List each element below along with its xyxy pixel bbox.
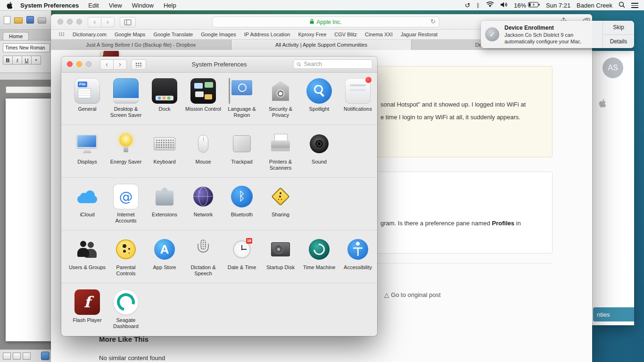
pref-mouse[interactable]: Mouse bbox=[184, 125, 223, 177]
close-button[interactable] bbox=[67, 61, 73, 67]
wifi-menu-icon[interactable] bbox=[486, 1, 494, 9]
word-gallery-icon[interactable] bbox=[41, 352, 50, 360]
bookmark-item[interactable]: Google Translate bbox=[153, 32, 193, 37]
pref-general[interactable]: General bbox=[68, 72, 107, 124]
pref-startup-disk[interactable]: Startup Disk bbox=[261, 230, 300, 283]
communities-button-fragment[interactable]: nties bbox=[593, 307, 634, 321]
pref-displays[interactable]: Displays bbox=[68, 125, 107, 177]
pref-bluetooth[interactable]: Bluetooth bbox=[223, 178, 261, 230]
underline-style-dropdown[interactable] bbox=[32, 56, 41, 65]
pref-network[interactable]: Network bbox=[184, 178, 223, 230]
pref-dock[interactable]: Dock bbox=[145, 72, 184, 124]
skip-button[interactable]: Skip bbox=[603, 21, 634, 35]
pref-parental-controls[interactable]: Parental Controls bbox=[107, 230, 145, 283]
bookmark-item[interactable]: Google Images bbox=[201, 32, 236, 37]
battery-menu-item[interactable]: 16% bbox=[514, 2, 540, 9]
pref-icloud[interactable]: iCloud bbox=[68, 178, 107, 230]
zoom-button[interactable] bbox=[76, 19, 82, 25]
pref-mission-control[interactable]: Mission Control bbox=[184, 72, 223, 124]
menu-help[interactable]: Help bbox=[164, 2, 176, 9]
pref-sound[interactable]: Sound bbox=[300, 125, 339, 177]
minimize-button[interactable] bbox=[76, 61, 82, 67]
sidebar-button[interactable] bbox=[120, 17, 136, 27]
pref-internet-accounts[interactable]: Internet Accounts bbox=[107, 178, 145, 230]
pref-sharing[interactable]: Sharing bbox=[261, 178, 300, 230]
show-all-button[interactable] bbox=[131, 59, 146, 70]
pref-time-machine[interactable]: Time Machine bbox=[300, 230, 339, 283]
bold-button[interactable]: B bbox=[3, 56, 13, 65]
bookmark-item[interactable]: Kproxy Free bbox=[298, 32, 326, 37]
pref-label: Mission Control bbox=[184, 106, 222, 112]
pref-energy-saver[interactable]: Energy Saver bbox=[107, 125, 145, 177]
pref-users-groups[interactable]: Users & Groups bbox=[68, 230, 107, 283]
reload-icon[interactable] bbox=[430, 18, 436, 25]
go-to-original-post-link[interactable]: Go to original post bbox=[384, 291, 441, 298]
pref-language-region[interactable]: Language & Region bbox=[223, 72, 261, 124]
pref-spotlight[interactable]: Spotlight bbox=[300, 72, 339, 124]
pref-seagate-dashboard[interactable]: Seagate Dashboard bbox=[107, 283, 145, 336]
pref-trackpad[interactable]: Trackpad bbox=[223, 125, 261, 177]
new-document-icon[interactable] bbox=[4, 16, 10, 24]
zoom-button[interactable] bbox=[86, 61, 91, 67]
pref-app-store[interactable]: App Store bbox=[145, 230, 184, 283]
volume-menu-icon[interactable] bbox=[500, 2, 508, 9]
pref-label: Desktop & Screen Saver bbox=[107, 106, 145, 118]
search-field[interactable] bbox=[293, 59, 372, 69]
word-ribbon-tabs: Home bbox=[0, 30, 51, 41]
forward-button[interactable] bbox=[113, 59, 127, 70]
font-family-dropdown[interactable]: Times New Roman bbox=[3, 43, 50, 52]
pref-security-privacy[interactable]: Security & Privacy bbox=[261, 72, 300, 124]
bookmark-item[interactable]: Cinema XXI bbox=[365, 32, 393, 37]
underline-button[interactable]: U bbox=[22, 56, 32, 65]
safari-tab[interactable]: Just A Song Before I Go (Backup file) - … bbox=[51, 40, 231, 50]
bookmark-item[interactable]: IP Address Location bbox=[244, 32, 290, 37]
minimize-button[interactable] bbox=[67, 19, 73, 25]
keyboard-icon bbox=[152, 131, 177, 156]
extensions-icon bbox=[152, 184, 177, 209]
view-print-layout-button[interactable] bbox=[23, 353, 31, 360]
pref-dictation-speech[interactable]: Dictation & Speech bbox=[184, 230, 223, 283]
menu-window[interactable]: Window bbox=[132, 2, 154, 9]
frequently-visited-grid-icon[interactable] bbox=[58, 32, 65, 37]
word-document-page[interactable] bbox=[6, 99, 51, 341]
italic-button[interactable]: I bbox=[13, 56, 22, 65]
menu-view[interactable]: View bbox=[109, 2, 122, 9]
pref-date-time[interactable]: Date & Time bbox=[223, 230, 261, 283]
apple-menu-icon[interactable] bbox=[7, 2, 13, 9]
notification-center-icon[interactable] bbox=[631, 3, 638, 8]
safari-tab[interactable]: All Activity | Apple Support Communities bbox=[231, 40, 412, 50]
sysprefs-titlebar[interactable]: System Preferences bbox=[61, 57, 377, 73]
clock-menu-item[interactable]: Sun 7:21 bbox=[546, 2, 570, 9]
print-icon[interactable] bbox=[38, 17, 46, 24]
pref-extensions[interactable]: Extensions bbox=[145, 178, 184, 230]
time-machine-menu-icon[interactable] bbox=[464, 2, 470, 8]
details-button[interactable]: Details bbox=[603, 35, 634, 49]
forward-button[interactable] bbox=[101, 17, 115, 27]
pref-flash-player[interactable]: Flash Player bbox=[68, 283, 107, 336]
bluetooth-menu-icon[interactable] bbox=[476, 2, 480, 9]
back-button[interactable] bbox=[88, 17, 101, 27]
view-outline-button[interactable] bbox=[13, 353, 21, 360]
bookmark-item[interactable]: Jaguar Restorat bbox=[401, 32, 438, 37]
pref-notifications[interactable]: Notifications bbox=[339, 72, 377, 124]
bookmark-item[interactable]: Dictionary.com bbox=[73, 32, 107, 37]
pref-desktop-screensaver[interactable]: Desktop & Screen Saver bbox=[107, 72, 145, 124]
user-menu-item[interactable]: Baden Creek bbox=[577, 2, 612, 9]
pref-accessibility[interactable]: Accessibility bbox=[339, 230, 377, 283]
address-bar[interactable]: Apple Inc. bbox=[212, 16, 439, 27]
back-button[interactable] bbox=[100, 59, 113, 70]
save-icon[interactable] bbox=[26, 16, 34, 24]
bookmark-item[interactable]: Google Maps bbox=[115, 32, 145, 37]
pref-printers-scanners[interactable]: Printers & Scanners bbox=[261, 125, 300, 177]
menu-edit[interactable]: Edit bbox=[88, 2, 99, 9]
search-input[interactable] bbox=[303, 60, 369, 68]
bookmark-item[interactable]: CGV Blitz bbox=[334, 32, 357, 37]
https-lock-icon bbox=[310, 19, 314, 25]
open-folder-icon[interactable] bbox=[14, 17, 23, 24]
active-app-menu[interactable]: System Preferences bbox=[20, 2, 79, 9]
pref-keyboard[interactable]: Keyboard bbox=[145, 125, 184, 177]
tab-home[interactable]: Home bbox=[3, 32, 29, 40]
close-button[interactable] bbox=[58, 19, 63, 25]
view-draft-button[interactable] bbox=[3, 353, 11, 360]
spotlight-search-icon[interactable] bbox=[619, 1, 625, 9]
